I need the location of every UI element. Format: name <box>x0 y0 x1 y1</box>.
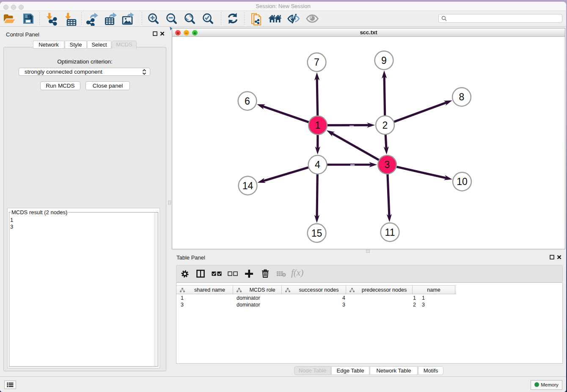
svg-text:4: 4 <box>315 159 320 170</box>
svg-text:1: 1 <box>315 120 321 131</box>
svg-text:6: 6 <box>245 96 250 107</box>
svg-text:3: 3 <box>385 159 390 170</box>
svg-text:11: 11 <box>385 227 395 238</box>
svg-text:15: 15 <box>311 228 322 239</box>
svg-text:9: 9 <box>381 55 387 66</box>
svg-text:7: 7 <box>314 57 319 68</box>
svg-text:2: 2 <box>383 120 388 131</box>
svg-text:10: 10 <box>457 176 468 187</box>
svg-text:8: 8 <box>459 91 465 102</box>
svg-text:14: 14 <box>242 180 253 191</box>
